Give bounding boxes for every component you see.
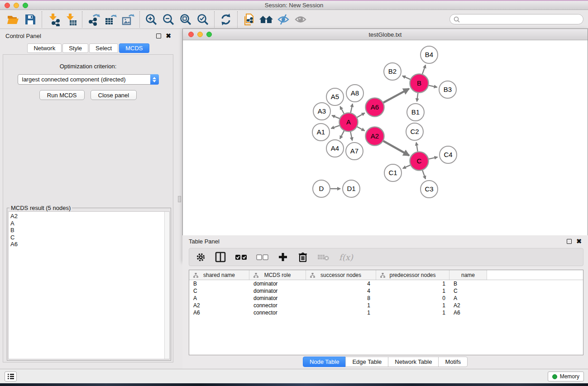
graph-node-A1[interactable]: A1 — [312, 124, 330, 141]
graph-edge-A-A5[interactable] — [340, 106, 344, 114]
column-header-name[interactable]: name — [449, 270, 487, 280]
graph-node-A8[interactable]: A8 — [346, 85, 363, 102]
column-header-shared-name[interactable]: shared name — [189, 270, 249, 280]
graph-node-D[interactable]: D — [313, 180, 330, 197]
graph-edge-C-C1[interactable] — [403, 165, 410, 168]
column-header-successor-nodes[interactable]: successor nodes — [306, 270, 376, 280]
graph-node-A4[interactable]: A4 — [326, 140, 344, 157]
graph-node-B1[interactable]: B1 — [407, 104, 424, 121]
graph-node-B3[interactable]: B3 — [439, 81, 456, 98]
graph-node-C1[interactable]: C1 — [384, 164, 402, 181]
panel-splitter[interactable] — [177, 29, 182, 369]
graph-edge-B-B2[interactable] — [402, 76, 410, 80]
graph-edge-C-C4[interactable] — [429, 157, 438, 159]
graph-node-B2[interactable]: B2 — [384, 63, 401, 80]
tab-network[interactable]: Network — [27, 43, 62, 53]
graph-node-A7[interactable]: A7 — [346, 143, 363, 160]
zoom-selected-icon[interactable] — [194, 11, 211, 28]
delete-columns-icon[interactable] — [297, 251, 308, 263]
graph-node-B[interactable]: B — [410, 74, 429, 93]
export-network-icon[interactable] — [85, 11, 102, 28]
task-history-button[interactable] — [5, 372, 17, 381]
run-mcds-button[interactable]: Run MCDS — [39, 90, 85, 100]
graph-edge-A-A4[interactable] — [340, 131, 344, 139]
graph-edge-A-A8[interactable] — [351, 104, 353, 113]
list-item[interactable]: B — [9, 227, 169, 234]
table-row[interactable]: Adominator80A — [189, 295, 583, 302]
list-item[interactable]: A6 — [9, 241, 169, 248]
import-table-icon[interactable] — [62, 11, 79, 28]
export-image-icon[interactable] — [120, 11, 137, 28]
graph-edge-B-B3[interactable] — [429, 86, 437, 87]
select-all-columns-icon[interactable] — [235, 253, 247, 262]
tab-style[interactable]: Style — [62, 43, 88, 53]
table-row[interactable]: Bdominator41B — [189, 280, 583, 287]
import-network-icon[interactable] — [45, 11, 62, 28]
unselect-all-columns-icon[interactable] — [256, 253, 268, 262]
graph-node-A5[interactable]: A5 — [326, 88, 344, 105]
graph-edge-C-C3[interactable] — [422, 170, 425, 179]
show-hide-columns-icon[interactable] — [215, 252, 226, 262]
criterion-dropdown[interactable]: largest connected component (directed) — [18, 74, 159, 85]
graph-node-C2[interactable]: C2 — [406, 123, 423, 140]
close-panel-icon[interactable]: ✖ — [166, 33, 171, 38]
settings-gear-icon[interactable] — [196, 252, 206, 262]
graph-node-C[interactable]: C — [410, 152, 429, 171]
table-row[interactable]: A6connector11A6 — [189, 309, 583, 316]
graph-edge-A-A7[interactable] — [350, 132, 352, 140]
float-panel-icon[interactable] — [156, 33, 161, 38]
home-view-icon[interactable] — [258, 11, 275, 28]
search-input[interactable] — [462, 16, 579, 23]
list-item[interactable]: A2 — [9, 213, 169, 220]
tab-node-table[interactable]: Node Table — [303, 357, 346, 367]
tab-motifs[interactable]: Motifs — [438, 357, 468, 367]
graph-node-D1[interactable]: D1 — [343, 180, 360, 197]
graph-node-A3[interactable]: A3 — [313, 103, 330, 120]
list-item[interactable]: C — [9, 234, 169, 241]
open-session-icon[interactable] — [5, 11, 22, 28]
save-session-icon[interactable] — [22, 11, 39, 28]
graph-edge-B-B1[interactable] — [417, 93, 418, 101]
graph-edge-B-B4[interactable] — [422, 65, 425, 74]
float-table-panel-icon[interactable] — [567, 239, 572, 244]
result-list-scrollbar[interactable] — [164, 212, 169, 359]
memory-button[interactable]: Memory — [548, 372, 584, 381]
export-table-icon[interactable] — [102, 11, 120, 28]
zoom-fit-icon[interactable] — [177, 11, 194, 28]
tab-edge-table[interactable]: Edge Table — [345, 357, 388, 367]
graph-node-A[interactable]: A — [339, 113, 358, 132]
list-item[interactable]: A — [9, 220, 169, 227]
graph-edge-A-A1[interactable] — [331, 125, 339, 129]
zoom-in-icon[interactable] — [143, 11, 160, 28]
table-row[interactable]: Cdominator41C — [189, 287, 583, 295]
tab-select[interactable]: Select — [89, 43, 118, 53]
show-graphics-details-icon[interactable] — [292, 11, 309, 28]
refresh-layout-icon[interactable] — [217, 11, 234, 28]
add-column-icon[interactable] — [277, 252, 288, 262]
graph-edge-A6-B[interactable] — [383, 89, 409, 103]
graph-node-A6[interactable]: A6 — [366, 98, 384, 117]
graph-node-A2[interactable]: A2 — [366, 127, 384, 146]
graph-edge-A-A6[interactable] — [357, 113, 365, 118]
close-panel-button[interactable]: Close panel — [91, 90, 137, 100]
tab-mcds[interactable]: MCDS — [119, 43, 149, 53]
column-header-predecessor-nodes[interactable]: predecessor nodes — [376, 270, 449, 280]
search-field[interactable] — [449, 14, 583, 24]
column-header-MCDS-role[interactable]: MCDS role — [249, 270, 306, 280]
graph-node-C4[interactable]: C4 — [440, 146, 457, 163]
zoom-out-icon[interactable] — [160, 11, 177, 28]
tab-network-table[interactable]: Network Table — [388, 357, 439, 367]
graph-node-C3[interactable]: C3 — [421, 181, 438, 198]
graph-edge-A-A2[interactable] — [357, 127, 365, 131]
table-row[interactable]: A2connector11A2 — [189, 302, 583, 309]
hide-graphics-details-icon[interactable] — [275, 11, 292, 28]
splitter-handle[interactable] — [178, 196, 181, 202]
mcds-result-list[interactable]: A2ABCA6 — [8, 211, 170, 359]
network-graph[interactable]: B4B2BB3A8A5A6A3B1AC2A1A2A4A7C4CC1DD1C3 — [183, 40, 588, 261]
graph-edge-A-A3[interactable] — [332, 115, 339, 119]
network-canvas[interactable]: B4B2BB3A8A5A6A3B1AC2A1A2A4A7C4CC1DD1C3 — [183, 40, 588, 261]
graph-edge-C-C2[interactable] — [416, 143, 418, 152]
graph-edge-A2-C[interactable] — [383, 141, 409, 156]
close-table-panel-icon[interactable]: ✖ — [576, 239, 582, 244]
duplicate-network-icon[interactable] — [240, 11, 258, 28]
